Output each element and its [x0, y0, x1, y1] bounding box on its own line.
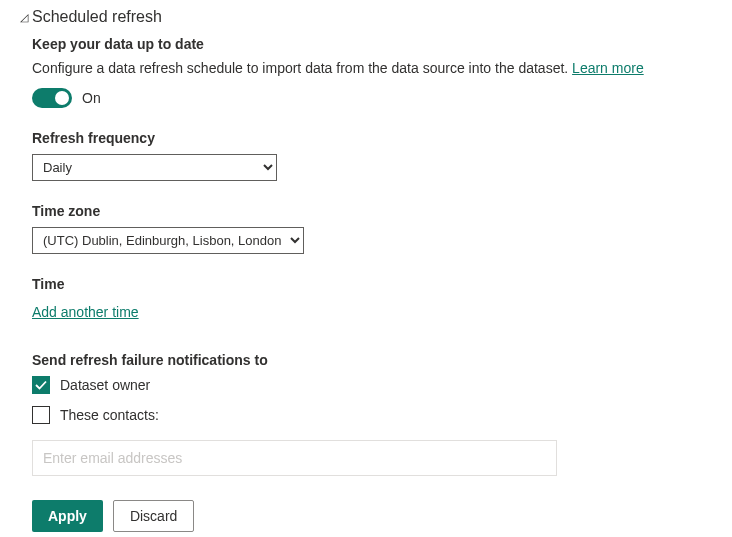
expand-collapse-icon: ◿ [20, 11, 28, 24]
add-time-link[interactable]: Add another time [32, 304, 139, 320]
frequency-label: Refresh frequency [32, 130, 712, 146]
notifications-label: Send refresh failure notifications to [32, 352, 712, 368]
email-addresses-input[interactable] [32, 440, 557, 476]
these-contacts-label: These contacts: [60, 407, 159, 423]
section-description: Configure a data refresh schedule to imp… [32, 60, 712, 76]
section-title: Scheduled refresh [32, 8, 162, 26]
time-label: Time [32, 276, 712, 292]
timezone-select[interactable]: (UTC) Dublin, Edinburgh, Lisbon, London [32, 227, 304, 254]
toggle-state-label: On [82, 90, 101, 106]
section-subtitle: Keep your data up to date [32, 36, 712, 52]
discard-button[interactable]: Discard [113, 500, 194, 532]
toggle-knob [55, 91, 69, 105]
these-contacts-checkbox[interactable] [32, 406, 50, 424]
apply-button[interactable]: Apply [32, 500, 103, 532]
refresh-toggle[interactable] [32, 88, 72, 108]
dataset-owner-checkbox[interactable] [32, 376, 50, 394]
timezone-label: Time zone [32, 203, 712, 219]
section-header[interactable]: ◿ Scheduled refresh [20, 8, 712, 26]
frequency-select[interactable]: Daily [32, 154, 277, 181]
dataset-owner-label: Dataset owner [60, 377, 150, 393]
checkmark-icon [35, 379, 47, 391]
description-text: Configure a data refresh schedule to imp… [32, 60, 572, 76]
learn-more-link[interactable]: Learn more [572, 60, 644, 76]
